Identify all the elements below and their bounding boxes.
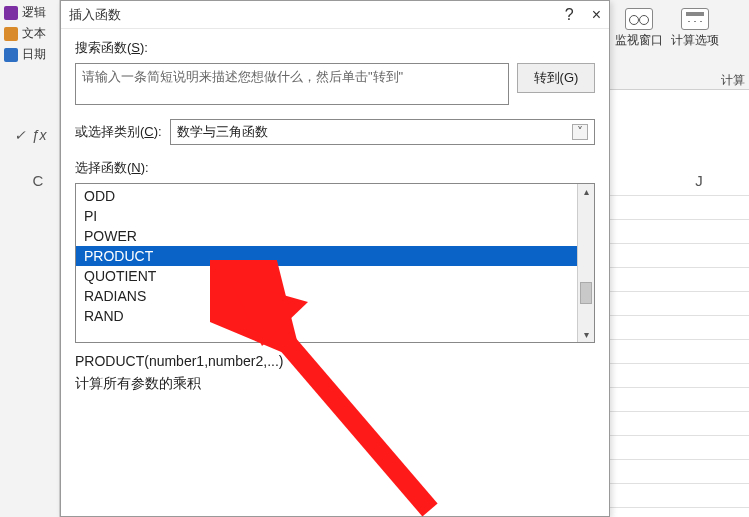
list-item[interactable]: PI xyxy=(76,206,577,226)
category-select[interactable]: 数学与三角函数 ˅ xyxy=(170,119,595,145)
function-signature: PRODUCT(number1,number2,...) xyxy=(75,353,595,369)
window-buttons: ? × xyxy=(565,6,601,24)
scroll-thumb[interactable] xyxy=(580,282,592,304)
calc-options-label: 计算选项 xyxy=(671,32,719,49)
chevron-down-icon[interactable]: ˅ xyxy=(572,124,588,140)
dialog-body: 搜索函数(S): 请输入一条简短说明来描述您想做什么，然后单击"转到" 转到(G… xyxy=(61,29,609,403)
watch-window-icon xyxy=(625,8,653,30)
category-value: 数学与三角函数 xyxy=(177,123,268,141)
column-header-c[interactable]: C xyxy=(8,172,68,189)
fx-icon[interactable]: ƒx xyxy=(32,127,47,143)
dialog-titlebar[interactable]: 插入函数 ? × xyxy=(61,1,609,29)
ribbon-label-date: 日期 xyxy=(22,46,46,63)
calc-options-icon xyxy=(681,8,709,30)
list-item[interactable]: POWER xyxy=(76,226,577,246)
list-item[interactable]: PRODUCT xyxy=(76,246,577,266)
ribbon-item-logic[interactable]: 逻辑 xyxy=(0,2,59,23)
list-item[interactable]: RADIANS xyxy=(76,286,577,306)
formula-bar: ✓ ƒx xyxy=(0,120,60,150)
scroll-up-icon[interactable]: ▴ xyxy=(584,186,589,197)
calc-options-button[interactable]: 计算选项 xyxy=(671,4,719,85)
confirm-icon[interactable]: ✓ xyxy=(14,127,26,143)
scrollbar-vertical[interactable]: ▴ ▾ xyxy=(577,184,594,342)
function-description: 计算所有参数的乘积 xyxy=(75,375,595,393)
select-function-label: 选择函数(N): xyxy=(75,159,595,177)
go-button[interactable]: 转到(G) xyxy=(517,63,595,93)
scroll-down-icon[interactable]: ▾ xyxy=(584,329,589,340)
list-item[interactable]: RAND xyxy=(76,306,577,326)
watch-window-label: 监视窗口 xyxy=(615,32,663,49)
watch-window-button[interactable]: 监视窗口 xyxy=(615,4,663,85)
ribbon-label-text: 文本 xyxy=(22,25,46,42)
ribbon-item-date[interactable]: 日期 xyxy=(0,44,59,65)
help-button[interactable]: ? xyxy=(565,6,574,24)
function-listbox[interactable]: ODDPIPOWERPRODUCTQUOTIENTRADIANSRAND ▴ ▾ xyxy=(75,183,595,343)
ribbon-item-text[interactable]: 文本 xyxy=(0,23,59,44)
category-label: 或选择类别(C): xyxy=(75,123,162,141)
close-button[interactable]: × xyxy=(592,6,601,24)
dialog-title: 插入函数 xyxy=(69,6,121,24)
search-input[interactable]: 请输入一条简短说明来描述您想做什么，然后单击"转到" xyxy=(75,63,509,105)
logic-icon xyxy=(4,6,18,20)
date-icon xyxy=(4,48,18,62)
ribbon-group-label-calc: 计算 xyxy=(721,72,745,89)
text-icon xyxy=(4,27,18,41)
ribbon-left-group: 逻辑 文本 日期 xyxy=(0,0,60,517)
insert-function-dialog: 插入函数 ? × 搜索函数(S): 请输入一条简短说明来描述您想做什么，然后单击… xyxy=(60,0,610,517)
list-item[interactable]: QUOTIENT xyxy=(76,266,577,286)
list-item[interactable]: ODD xyxy=(76,186,577,206)
ribbon-label-logic: 逻辑 xyxy=(22,4,46,21)
column-header-j[interactable]: J xyxy=(669,172,729,189)
search-label: 搜索函数(S): xyxy=(75,39,595,57)
